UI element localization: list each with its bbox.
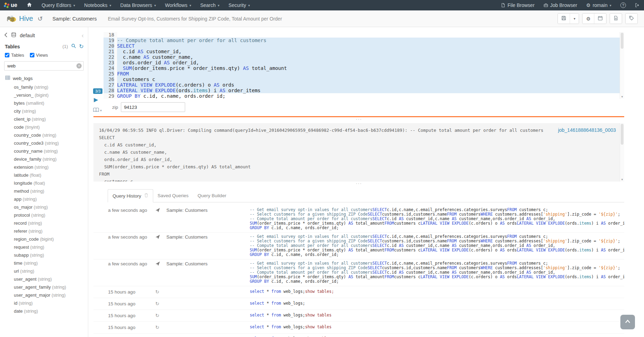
code-line[interactable]: -- Compute total amount per order for al… <box>117 38 620 43</box>
column-item-time[interactable]: time (string) <box>0 259 88 267</box>
database-selector[interactable]: default <box>20 33 35 38</box>
code-line[interactable]: SELECT <box>117 43 620 49</box>
column-item--version-[interactable]: _version_ (bigint) <box>0 91 88 99</box>
column-item-record[interactable]: record (string) <box>0 219 88 227</box>
tab-query-builder[interactable]: Query Builder <box>193 189 231 202</box>
code-line[interactable]: c.id AS customer_id, <box>117 49 620 54</box>
scrollbar-thumb[interactable] <box>621 33 624 49</box>
execute-button[interactable]: ▶ <box>94 97 98 103</box>
column-item-url[interactable]: url (string) <box>0 267 88 275</box>
column-item-longitude[interactable]: longitude (float) <box>0 179 88 187</box>
column-item-city[interactable]: city (string) <box>0 107 88 115</box>
refresh-icon[interactable]: ↻ <box>79 44 84 49</box>
reference-book-button[interactable]: ▾ <box>93 107 102 113</box>
code-line[interactable]: LATERAL VIEW EXPLODE(c.orders) o AS ords <box>117 82 620 88</box>
editor-code[interactable]: -- Compute total amount per order for al… <box>117 32 620 99</box>
save-dropdown-button[interactable]: ▾ <box>570 14 579 24</box>
history-row[interactable]: 15 hours ago↻select * from web_logs;show… <box>93 286 624 298</box>
user-menu[interactable]: ⚙ romain ▾ <box>582 0 616 10</box>
scrollbar-down-arrow[interactable]: ▾ <box>620 178 624 181</box>
query-title[interactable]: Sample: Customers <box>52 16 97 22</box>
tab-saved-queries[interactable]: Saved Queries <box>153 189 193 202</box>
back-chevron-icon[interactable] <box>4 32 8 39</box>
nav-menu-data-browsers[interactable]: Data Browsers▾ <box>116 0 160 10</box>
tab-query-history[interactable]: Query History <box>108 189 153 202</box>
column-item-device-family[interactable]: device_family (string) <box>0 155 88 163</box>
editor-scrollbar[interactable]: ▾ <box>620 32 624 99</box>
column-item-protocol[interactable]: protocol (string) <box>0 211 88 219</box>
column-item-user-agent-major[interactable]: user_agent_major (string) <box>0 291 88 299</box>
query-subtitle[interactable]: Email Survey Opt-Ins, Customers for Ship… <box>108 16 282 22</box>
history-row[interactable]: 15 hours ago↻select * from web_logs; <box>93 298 624 310</box>
column-item-client-ip[interactable]: client_ip (string) <box>0 115 88 123</box>
column-item-user-agent[interactable]: user_agent (string) <box>0 275 88 283</box>
column-item-bytes[interactable]: bytes (smallint) <box>0 99 88 107</box>
column-item-region-code[interactable]: region_code (bigint) <box>0 235 88 243</box>
column-item-app[interactable]: app (string) <box>0 195 88 203</box>
table-item-web-logs[interactable]: web_logs <box>5 75 88 81</box>
clear-history-icon[interactable] <box>144 193 148 199</box>
column-item-os-major[interactable]: os_major (string) <box>0 203 88 211</box>
history-row[interactable]: a few seconds agoSample: Customers-- Get… <box>93 259 624 286</box>
code-line[interactable]: ords.order_id AS order_id, <box>117 60 620 65</box>
variable-input[interactable] <box>121 102 185 112</box>
resize-grip[interactable]: ··· <box>93 182 624 186</box>
search-icon[interactable] <box>71 43 76 49</box>
resize-grip[interactable]: ··· <box>93 117 624 122</box>
history-row[interactable]: 15 hours ago↻select * from web_logs;show… <box>93 334 624 337</box>
log-scrollbar[interactable]: ▾ <box>620 123 624 182</box>
job-browser-link[interactable]: Job Browser <box>539 0 582 10</box>
file-browser-link[interactable]: File Browser <box>496 0 539 10</box>
column-item-user-agent-family[interactable]: user_agent_family (string) <box>0 283 88 291</box>
column-item-latitude[interactable]: latitude (float) <box>0 171 88 179</box>
filter-tables-checkbox[interactable] <box>5 53 9 57</box>
code-line[interactable]: GROUP BY c.id, c.name, ords.order_id; <box>117 93 620 99</box>
history-row[interactable]: a few seconds agoSample: Customers-- Get… <box>93 206 624 233</box>
logout-button[interactable] <box>630 0 644 10</box>
help-button[interactable]: ? <box>616 0 630 10</box>
save-button[interactable] <box>558 14 570 24</box>
column-item-referer[interactable]: referer (string) <box>0 227 88 235</box>
home-button[interactable] <box>22 0 37 10</box>
nav-menu-security[interactable]: Security▾ <box>224 0 255 10</box>
column-item-country-code3[interactable]: country_code3 (string) <box>0 139 88 147</box>
nav-menu-query-editors[interactable]: Query Editors▾ <box>37 0 80 10</box>
code-line[interactable]: LATERAL VIEW EXPLODE(ords.items) i AS or… <box>117 88 620 93</box>
column-item-method[interactable]: method (string) <box>0 187 88 195</box>
scroll-to-top-button[interactable] <box>620 315 635 329</box>
schedule-button[interactable] <box>594 14 606 24</box>
sql-editor[interactable]: 181920212223242526272829 -- Compute tota… <box>104 32 624 99</box>
clear-search-icon[interactable]: × <box>76 63 82 69</box>
job-link[interactable]: job_1461888648136_0003 <box>558 127 616 133</box>
collapse-panel-icon[interactable]: ‹ <box>82 32 84 39</box>
column-item-country-code[interactable]: country_code (string) <box>0 131 88 139</box>
history-row[interactable]: 15 hours ago↻select * from web_logs;show… <box>93 322 624 334</box>
code-line[interactable]: c.name AS customer_name, <box>117 54 620 60</box>
query-history-icon[interactable]: ↺ <box>38 15 43 23</box>
settings-button[interactable]: ⚙ <box>583 14 594 24</box>
nav-menu-search[interactable]: Search▾ <box>196 0 224 10</box>
column-item-extension[interactable]: extension (string) <box>0 163 88 171</box>
app-name[interactable]: Hive <box>19 15 33 23</box>
column-item-request[interactable]: request (string) <box>0 243 88 251</box>
column-item-code[interactable]: code (tinyint) <box>0 123 88 131</box>
code-line[interactable] <box>117 32 620 38</box>
nav-menu-notebooks[interactable]: Notebooks▾ <box>80 0 116 10</box>
code-line[interactable]: customers c <box>117 77 620 82</box>
scrollbar-thumb[interactable] <box>621 124 624 145</box>
code-line[interactable]: SUM(order_items.price * order_items.qty)… <box>117 65 620 71</box>
column-item-date[interactable]: date (string) <box>0 307 88 315</box>
column-item-id[interactable]: id (string) <box>0 299 88 307</box>
code-line[interactable]: FROM <box>117 71 620 77</box>
column-item-country-name[interactable]: country_name (string) <box>0 147 88 155</box>
history-row[interactable]: a few seconds agoSample: Customers-- Get… <box>93 233 624 259</box>
scrollbar-down-arrow[interactable]: ▾ <box>620 95 624 98</box>
hue-logo[interactable]: ue <box>0 0 22 10</box>
nav-menu-workflows[interactable]: Workflows▾ <box>160 0 196 10</box>
table-search-input[interactable] <box>4 61 84 71</box>
filter-views-checkbox[interactable] <box>30 53 34 57</box>
document-button[interactable] <box>610 14 622 24</box>
column-item-os-family[interactable]: os_family (string) <box>0 83 88 91</box>
history-row[interactable]: 15 hours ago↻select * from web_logs;show… <box>93 310 624 322</box>
column-item-subapp[interactable]: subapp (string) <box>0 251 88 259</box>
